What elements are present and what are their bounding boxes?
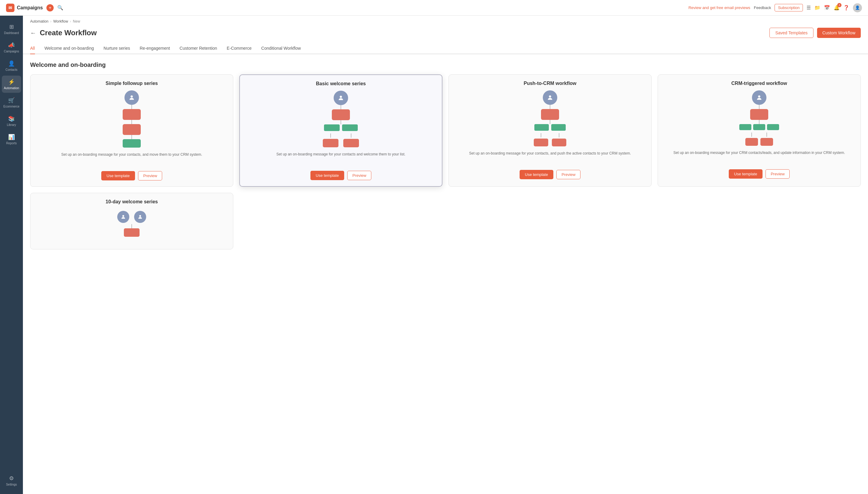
sidebar-item-settings[interactable]: ⚙ Settings: [2, 472, 21, 489]
sidebar-item-campaigns[interactable]: 📣 Campaigns: [2, 39, 21, 56]
tab-conditional[interactable]: Conditional Workflow: [261, 43, 301, 54]
nav-icons: ☰ 📁 📅 🔔 3 ❓ 👤: [807, 3, 862, 12]
sidebar-item-label: Dashboard: [4, 31, 19, 35]
folder-icon[interactable]: 📁: [814, 5, 820, 11]
trigger-node-2: [134, 211, 146, 223]
card-description: Set up an on-boarding message for your c…: [469, 151, 631, 165]
use-template-button[interactable]: Use template: [729, 169, 763, 178]
content-area: Welcome and on-boarding Simple followup …: [23, 54, 868, 256]
tab-reengagement[interactable]: Re-engagement: [140, 43, 170, 54]
card-simple-followup: Simple followup series: [30, 74, 233, 187]
preview-button[interactable]: Preview: [138, 171, 162, 180]
svg-point-4: [122, 215, 124, 217]
saved-templates-button[interactable]: Saved Templates: [770, 28, 813, 38]
tab-nurture[interactable]: Nurture series: [104, 43, 130, 54]
svg-point-0: [130, 95, 133, 98]
sidebar-item-ecommerce[interactable]: 🛒 Ecommerce: [2, 94, 21, 111]
card-actions: Use template Preview: [729, 169, 790, 178]
svg-point-2: [549, 95, 551, 98]
add-button[interactable]: +: [47, 4, 54, 12]
card-title: Push-to-CRM workflow: [523, 81, 576, 86]
notification-badge: 3: [837, 3, 842, 7]
list-icon[interactable]: ☰: [807, 5, 811, 11]
app-name: Campaigns: [17, 5, 43, 11]
breadcrumb-workflow[interactable]: Workflow: [53, 19, 68, 23]
library-icon: 📚: [8, 115, 15, 122]
branch-conditions: [739, 124, 779, 130]
card-title: Simple followup series: [106, 81, 158, 86]
notification-icon[interactable]: 🔔 3: [834, 5, 840, 11]
sidebar-item-label: Contacts: [5, 68, 17, 71]
workflow-diagram-2: [246, 91, 436, 147]
sidebar-item-library[interactable]: 📚 Library: [2, 112, 21, 130]
sidebar: ⊞ Dashboard 📣 Campaigns 👤 Contacts ⚡ Aut…: [0, 16, 23, 494]
breadcrumb: Automation › Workflow › New: [23, 16, 868, 23]
calendar-icon[interactable]: 📅: [824, 5, 830, 11]
workflow-cards-grid-row2: 10-day welcome series: [30, 193, 861, 249]
trigger-node: [125, 90, 139, 105]
sidebar-item-dashboard[interactable]: ⊞ Dashboard: [2, 20, 21, 38]
workflow-diagram-5: [36, 209, 227, 239]
use-template-button[interactable]: Use template: [310, 171, 345, 180]
use-template-button[interactable]: Use template: [520, 170, 554, 179]
branch-conditions: [534, 124, 566, 131]
breadcrumb-automation[interactable]: Automation: [30, 19, 49, 23]
card-description: Set up an on-boarding message for your c…: [276, 152, 405, 166]
sidebar-item-label: Settings: [6, 483, 17, 486]
workflow-diagram-4: [664, 90, 854, 146]
page-header: ← Create Workflow Saved Templates Custom…: [23, 23, 868, 43]
avatar[interactable]: 👤: [853, 3, 862, 12]
trigger-node: [752, 90, 767, 105]
card-push-to-crm: Push-to-CRM workflow: [448, 74, 652, 187]
search-icon[interactable]: 🔍: [57, 5, 63, 11]
main-content: Automation › Workflow › New ← Create Wor…: [23, 16, 868, 494]
card-title: 10-day welcome series: [106, 199, 158, 205]
contacts-icon: 👤: [8, 60, 15, 67]
page-title: Create Workflow: [40, 28, 97, 37]
custom-workflow-button[interactable]: Custom Workflow: [817, 28, 861, 38]
card-actions: Use template Preview: [101, 171, 163, 180]
back-button[interactable]: ←: [30, 30, 36, 36]
trigger-node: [334, 91, 348, 105]
workflow-cards-grid: Simple followup series: [30, 74, 861, 187]
action-node: [124, 228, 140, 237]
sidebar-item-label: Ecommerce: [3, 105, 19, 108]
logo-icon: ✉: [6, 4, 15, 12]
card-description: Set up an on-boarding message for your c…: [61, 152, 202, 166]
sidebar-item-contacts[interactable]: 👤 Contacts: [2, 57, 21, 74]
feedback-button[interactable]: Feedback: [754, 5, 771, 10]
card-actions: Use template Preview: [520, 170, 581, 179]
action-node-1: [541, 109, 559, 120]
tab-all[interactable]: All: [30, 43, 35, 54]
svg-point-5: [139, 215, 141, 217]
preview-button[interactable]: Preview: [765, 169, 790, 178]
app-logo: ✉ Campaigns: [6, 4, 43, 12]
workflow-diagram-3: [455, 90, 645, 146]
workflow-diagram-1: [36, 90, 227, 148]
action-node-1: [750, 109, 768, 120]
card-description: Set up an on-boarding message for your C…: [673, 150, 845, 165]
preview-button[interactable]: Preview: [556, 170, 580, 179]
dashboard-icon: ⊞: [10, 23, 14, 30]
action-node-green: [123, 139, 141, 148]
sidebar-item-reports[interactable]: 📊 Reports: [2, 131, 21, 148]
review-link[interactable]: Review and get free email previews: [688, 5, 750, 10]
automation-icon: ⚡: [8, 79, 15, 85]
subscription-button[interactable]: Subscription: [775, 4, 803, 12]
tab-welcome[interactable]: Welcome and on-boarding: [44, 43, 94, 54]
tab-ecommerce[interactable]: E-Commerce: [227, 43, 251, 54]
trigger-node-1: [117, 211, 129, 223]
card-10-day-welcome: 10-day welcome series: [30, 193, 233, 249]
action-node-1: [332, 109, 350, 120]
action-node-2: [123, 124, 141, 135]
help-icon[interactable]: ❓: [843, 5, 849, 11]
tab-retention[interactable]: Customer Retention: [180, 43, 217, 54]
card-crm-triggered: CRM-triggered workflow: [658, 74, 861, 187]
sidebar-item-automation[interactable]: ⚡ Automation: [2, 76, 21, 93]
ecommerce-icon: 🛒: [8, 97, 15, 103]
use-template-button[interactable]: Use template: [101, 171, 135, 180]
section-title: Welcome and on-boarding: [30, 61, 861, 69]
preview-button[interactable]: Preview: [347, 171, 371, 180]
svg-point-3: [758, 95, 760, 98]
reports-icon: 📊: [8, 134, 15, 140]
